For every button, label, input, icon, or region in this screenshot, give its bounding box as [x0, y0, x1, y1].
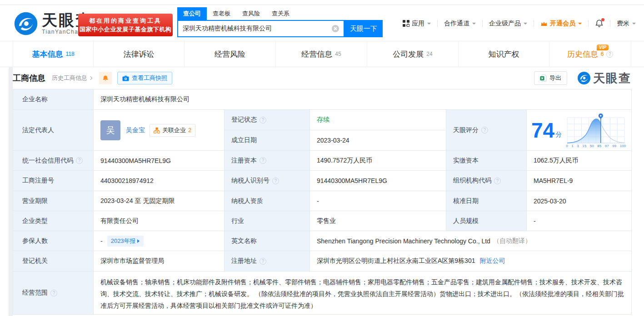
paid-capital-label: 实缴资本 [446, 151, 527, 171]
reg-number-value: 440300218974912 [94, 171, 225, 191]
chevron-down-icon [427, 23, 431, 26]
top-nav: 应用 合作通道 企业级产品 开通会员 [403, 19, 636, 28]
divider [534, 20, 534, 27]
search-tab-company[interactable]: 查公司 [177, 7, 207, 20]
tab-count: 24 [426, 51, 432, 57]
score-distribution-chart: 01 315 5085 9799 100 [564, 112, 627, 148]
nav-apps-label: 应用 [412, 20, 424, 28]
clear-search-icon[interactable] [332, 25, 339, 32]
notification-dot [601, 18, 604, 21]
tab-label: 经营信息 [301, 49, 332, 59]
nav-account-label: 费米 [617, 20, 629, 28]
taxpayer-quality-value: - [310, 191, 446, 211]
tab-label: 经营风险 [215, 49, 245, 59]
related-companies-badge[interactable]: 关联企业 2 [150, 124, 195, 137]
tianyancha-watermark: 天眼查 [577, 70, 631, 86]
help-icon[interactable] [260, 258, 266, 265]
brand-slogan-banner: 都在用的商业查询工具 国家中小企业发展子基金旗下机构 [78, 14, 173, 36]
org-code-value: MA5HR7EL-9 [527, 171, 632, 191]
reg-address-cell: 深圳市光明区公明街道上村社区永南工业区A区第9栋301 附近公司 [310, 251, 632, 272]
company-type-label: 企业类型 [13, 211, 94, 231]
score-label: 天眼评分 [446, 110, 527, 151]
business-term-value: 2023-03-24 至 无固定期限 [94, 191, 225, 211]
taxpayer-id-label: 纳税人识别号 [225, 171, 310, 191]
chevron-down-icon [524, 23, 527, 26]
view-business-snapshot-button[interactable]: 查看工商快照 [117, 72, 172, 84]
score-cell[interactable]: 74 分 [527, 110, 632, 151]
tab-label: 历史信息 [567, 49, 598, 59]
reg-number-label: 工商注册号 [13, 171, 94, 191]
slogan-line1: 都在用的商业查询工具 [89, 16, 162, 25]
monitor-bell-button[interactable] [99, 72, 112, 84]
bell-curve-chart [564, 112, 627, 144]
chevron-down-icon [632, 23, 636, 26]
tab-label: 公司发展 [393, 49, 424, 59]
nav-cooperation[interactable]: 合作通道 [444, 20, 476, 28]
staff-size-label: 人员规模 [446, 211, 527, 231]
company-name-label: 企业名称 [13, 89, 94, 110]
help-icon[interactable] [481, 127, 488, 133]
tab-operation-info[interactable]: 经营信息 45 [276, 41, 367, 67]
approval-date-label: 核准日期 [446, 191, 527, 211]
nav-enterprise-products[interactable]: 企业级产品 [489, 20, 527, 28]
tab-company-development[interactable]: 公司发展 24 [367, 41, 459, 67]
credit-code-value: 91440300MA5HR7EL9G [94, 151, 225, 171]
tab-history-info[interactable]: VIP 历史信息 6 [549, 41, 631, 67]
nearby-companies-link[interactable]: 附近公司 [479, 257, 505, 265]
notifications-bell[interactable] [595, 19, 604, 28]
reg-authority-label: 登记机关 [13, 251, 94, 272]
tab-basic-info[interactable]: 基本信息 118 [13, 41, 94, 67]
org-network-icon [154, 127, 160, 133]
paid-capital-value: 1062.5万人民币 [527, 151, 632, 171]
help-icon[interactable] [494, 178, 501, 184]
tab-label: 基本信息 [32, 49, 63, 59]
chevron-right-icon [89, 76, 92, 80]
annual-report-badge[interactable]: 2023年报 [107, 236, 144, 247]
export-button[interactable]: 导出 [534, 71, 567, 85]
help-icon[interactable] [606, 51, 613, 58]
tab-count: 45 [335, 51, 341, 57]
business-info-table: 企业名称 深圳天功精密机械科技有限公司 法定代表人 吴 吴金宝 关联企业 2 登… [13, 89, 632, 315]
tab-count: 118 [65, 51, 74, 57]
staff-size-value: - [527, 211, 632, 231]
help-icon[interactable] [260, 117, 266, 123]
help-icon[interactable] [272, 178, 279, 184]
reg-capital-label: 注册资本 [225, 151, 310, 171]
nav-account[interactable]: 费米 [617, 20, 636, 28]
credit-code-label: 统一社会信用代码 [13, 151, 94, 171]
nav-apps[interactable]: 应用 [403, 20, 431, 28]
company-type-value: 有限责任公司 [94, 211, 225, 231]
reg-authority-value: 深圳市市场监督管理局 [94, 251, 225, 272]
search-tab-boss[interactable]: 查老板 [213, 7, 230, 20]
help-icon[interactable] [50, 290, 57, 296]
camera-icon [122, 75, 129, 81]
detail-tabbar: 基本信息 118 法律诉讼 经营风险 经营信息 45 公司发展 24 知识产权 … [0, 41, 644, 67]
company-name-value: 深圳天功精密机械科技有限公司 [94, 89, 632, 110]
history-business-info-link[interactable]: 历史工商信息 [52, 74, 92, 82]
legal-rep-name-link[interactable]: 吴金宝 [126, 126, 145, 134]
tab-intellectual-property[interactable]: 知识产权 [459, 41, 549, 67]
nav-vip-label: 开通会员 [550, 20, 575, 28]
nav-open-vip[interactable]: 开通会员 [540, 20, 582, 28]
tab-operation-risk[interactable]: 经营风险 [185, 41, 276, 67]
help-icon[interactable] [260, 157, 266, 164]
legal-rep-avatar[interactable]: 吴 [100, 120, 120, 140]
chevron-down-icon [472, 23, 476, 26]
score-value: 74 [531, 120, 554, 141]
industry-label: 行业 [225, 211, 310, 231]
search-tab-risk[interactable]: 查风险 [242, 7, 260, 20]
search-tab-relation[interactable]: 查关系 [272, 7, 290, 20]
section-title: 工商信息 [13, 73, 45, 84]
search-button[interactable]: 天眼一下 [344, 20, 383, 37]
tab-legal-litigation[interactable]: 法律诉讼 [94, 41, 185, 67]
search-input[interactable] [183, 25, 332, 32]
industry-value: 零售业 [310, 211, 446, 231]
tab-label: 法律诉讼 [124, 49, 155, 59]
vip-badge: VIP [597, 44, 609, 50]
table-row: 经营范围 机械设备销售；轴承销售；机床功能部件及附件销售；机械零件、零部件销售；… [13, 272, 632, 315]
help-icon[interactable] [76, 157, 83, 164]
tab-label: 知识产权 [489, 49, 519, 59]
page-edge-strip [9, 41, 13, 316]
auto-translate-note: （自动翻译） [493, 237, 531, 245]
table-row: 法定代表人 吴 吴金宝 关联企业 2 登记状态 存续 成立日期 2023-03-… [13, 110, 632, 151]
